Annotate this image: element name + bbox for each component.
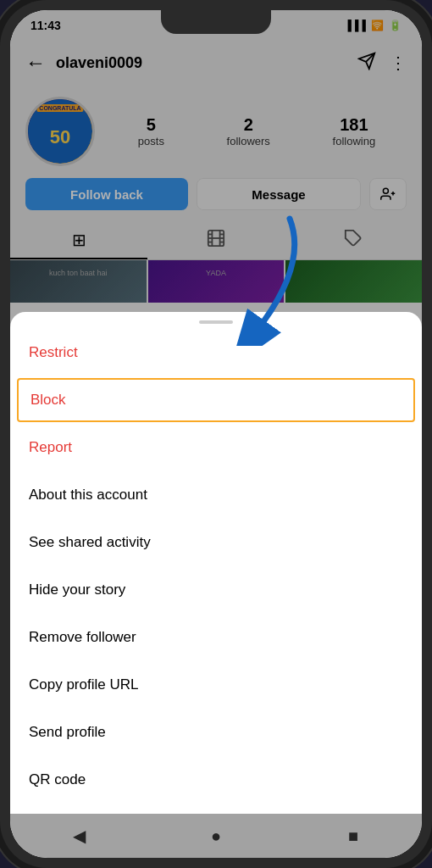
notch — [161, 10, 271, 34]
menu-item-copy-url[interactable]: Copy profile URL — [10, 661, 422, 709]
sheet-handle — [199, 320, 233, 324]
menu-item-about[interactable]: About this account — [10, 471, 422, 519]
menu-item-send-profile[interactable]: Send profile — [10, 709, 422, 756]
phone-frame: 11:43 ▐▐▐ 🛜 🔋 ← olaveni0009 ⋮ — [0, 0, 432, 868]
phone-screen: 11:43 ▐▐▐ 🛜 🔋 ← olaveni0009 ⋮ — [10, 10, 422, 858]
menu-item-hide-story[interactable]: Hide your story — [10, 566, 422, 614]
menu-item-block[interactable]: Block — [17, 378, 415, 422]
menu-item-shared-activity[interactable]: See shared activity — [10, 519, 422, 566]
menu-item-remove-follower[interactable]: Remove follower — [10, 614, 422, 661]
menu-item-report[interactable]: Report — [10, 424, 422, 471]
menu-item-qr-code[interactable]: QR code — [10, 756, 422, 804]
bottom-sheet: Restrict Block Report About this account… — [10, 312, 422, 814]
menu-item-restrict[interactable]: Restrict — [10, 329, 422, 376]
